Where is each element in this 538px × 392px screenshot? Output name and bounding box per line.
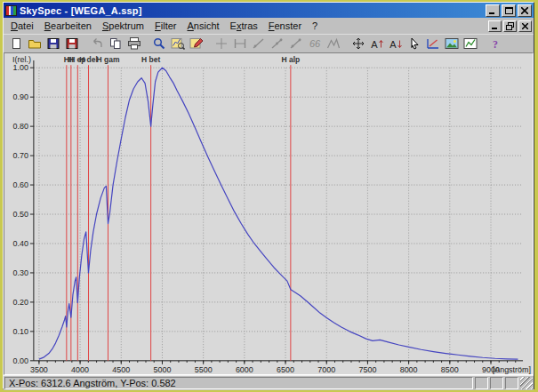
y-tick-label: 0.00 bbox=[12, 356, 28, 365]
open-file-button[interactable] bbox=[25, 36, 44, 52]
menu-item-datei[interactable]: Datei bbox=[5, 19, 39, 33]
print-button[interactable] bbox=[124, 36, 143, 52]
child-minimize-icon bbox=[492, 23, 498, 29]
y-tick-label: 0.20 bbox=[12, 298, 28, 307]
zoom-spectrum-button[interactable] bbox=[168, 36, 187, 52]
y-tick-label: 0.70 bbox=[12, 151, 28, 160]
x-tick-label: 4500 bbox=[112, 365, 130, 374]
image-view-button[interactable] bbox=[442, 36, 461, 52]
save-as-button[interactable] bbox=[62, 36, 81, 52]
child-restore-button[interactable] bbox=[503, 20, 517, 32]
baseline-button[interactable] bbox=[423, 36, 442, 52]
spectral-line-label: H del bbox=[79, 55, 98, 64]
x-tick-label: 6500 bbox=[277, 365, 294, 374]
x-tick-label: 5000 bbox=[154, 365, 172, 374]
title-bar[interactable]: SkySpec - [WEGA_A.ssp] bbox=[4, 3, 534, 18]
move-button[interactable] bbox=[349, 36, 367, 52]
y-tick-label: 1.00 bbox=[12, 63, 28, 72]
app-icon[interactable] bbox=[5, 5, 17, 16]
y-tick-label: 0.90 bbox=[12, 92, 28, 101]
x-tick-label: 5500 bbox=[195, 365, 213, 374]
font-smaller-button[interactable]: A bbox=[386, 36, 405, 52]
close-icon bbox=[521, 7, 528, 14]
maximize-button[interactable] bbox=[502, 4, 516, 17]
y-tick-label: 0.50 bbox=[12, 210, 28, 219]
toolbar-separator bbox=[205, 36, 212, 52]
new-file-button[interactable] bbox=[6, 36, 25, 52]
menu-bar: DateiBearbeitenSpektrumFilterAnsichtExtr… bbox=[4, 18, 534, 34]
pointer-button[interactable] bbox=[405, 36, 423, 52]
menu-item-ansicht[interactable]: Ansicht bbox=[181, 19, 224, 33]
svg-text:66: 66 bbox=[309, 38, 320, 49]
x-axis-title: [Angström] bbox=[493, 365, 531, 374]
move-icon bbox=[351, 37, 365, 50]
help-button[interactable]: ? bbox=[486, 36, 504, 52]
status-panel-1 bbox=[475, 377, 488, 389]
spectrum-series bbox=[39, 68, 518, 359]
crosshair-button bbox=[212, 36, 230, 52]
child-close-button[interactable] bbox=[518, 20, 532, 32]
help-icon: ? bbox=[488, 37, 502, 50]
slope-tool-1-button bbox=[249, 36, 268, 52]
x-tick-label: 8000 bbox=[400, 365, 418, 374]
menu-item-filter[interactable]: Filter bbox=[149, 19, 181, 33]
peaks-button bbox=[324, 36, 342, 52]
slope-tool-3-button bbox=[286, 36, 305, 52]
chart-view-button[interactable] bbox=[461, 36, 479, 52]
spectral-line-label: H bet bbox=[141, 55, 160, 64]
spectral-line-label: H gam bbox=[97, 55, 120, 64]
y-tick-label: 0.60 bbox=[12, 180, 28, 189]
cursor-position-readout: X-Pos: 6312.6 Angström, Y-Pos: 0.582 bbox=[4, 377, 473, 389]
edit-spectrum-button[interactable] bbox=[187, 36, 205, 52]
y-tick-label: 0.10 bbox=[12, 327, 28, 336]
image-view-icon bbox=[445, 37, 459, 50]
zoom-spectrum-icon bbox=[171, 37, 185, 50]
x-tick-label: 8500 bbox=[441, 365, 459, 374]
window-title: SkySpec - [WEGA_A.ssp] bbox=[20, 5, 486, 16]
glasses-button: 66 bbox=[305, 36, 324, 52]
edit-spectrum-icon bbox=[189, 37, 204, 50]
resize-grip[interactable] bbox=[520, 377, 533, 389]
child-restore-icon bbox=[506, 22, 514, 30]
peaks-icon bbox=[326, 37, 341, 50]
svg-text:A: A bbox=[389, 39, 397, 50]
svg-text:?: ? bbox=[493, 38, 498, 50]
toolbar: 66AA? bbox=[4, 34, 534, 52]
minimize-button[interactable] bbox=[486, 4, 500, 17]
zoom-icon bbox=[152, 37, 166, 50]
menu-item-fenster[interactable]: Fenster bbox=[263, 19, 307, 33]
menu-item-bearbeiten[interactable]: Bearbeiten bbox=[39, 19, 97, 33]
measure-range-icon bbox=[233, 37, 247, 50]
spectral-line-markers: HHH epH delH gamH betH alp bbox=[64, 55, 300, 361]
save-file-button[interactable] bbox=[44, 36, 62, 52]
toolbar-separator bbox=[81, 36, 87, 52]
menu-item-extras[interactable]: Extras bbox=[225, 19, 263, 33]
zoom-button[interactable] bbox=[149, 36, 168, 52]
copy-button[interactable] bbox=[106, 36, 124, 52]
close-button[interactable] bbox=[518, 4, 532, 17]
font-smaller-icon: A bbox=[389, 37, 403, 50]
save-file-icon bbox=[46, 37, 60, 50]
y-axis-title: I(rel.) bbox=[12, 55, 31, 64]
child-minimize-button[interactable] bbox=[488, 20, 502, 32]
spectral-line-label: H alp bbox=[282, 55, 301, 64]
spectrum-chart-canvas[interactable]: HHH epH delH gamH betH alp0.000.100.200.… bbox=[4, 53, 533, 374]
font-larger-button[interactable]: A bbox=[367, 36, 386, 52]
glasses-icon: 66 bbox=[308, 37, 322, 50]
status-panel-2 bbox=[490, 377, 503, 389]
slope-tool-2-icon bbox=[270, 37, 285, 50]
x-tick-label: 3500 bbox=[30, 365, 48, 374]
skyspec-window: SkySpec - [WEGA_A.ssp] DateiBearbeitenSp… bbox=[3, 2, 534, 389]
chart-area: HHH epH delH gamH betH alp0.000.100.200.… bbox=[4, 52, 534, 375]
toolbar-separator bbox=[479, 36, 486, 52]
open-file-icon bbox=[28, 37, 42, 50]
status-bar: X-Pos: 6312.6 Angström, Y-Pos: 0.582 bbox=[4, 375, 534, 390]
x-tick-label: 4000 bbox=[71, 365, 89, 374]
slope-tool-2-button bbox=[268, 36, 286, 52]
toolbar-separator bbox=[143, 36, 149, 52]
y-tick-label: 0.40 bbox=[12, 239, 28, 248]
spectrum-curve-WEGA_A bbox=[39, 68, 518, 359]
menu-item-spektrum[interactable]: Spektrum bbox=[97, 19, 149, 33]
y-tick-label: 0.30 bbox=[12, 268, 28, 277]
menu-item-[interactable]: ? bbox=[307, 19, 323, 33]
